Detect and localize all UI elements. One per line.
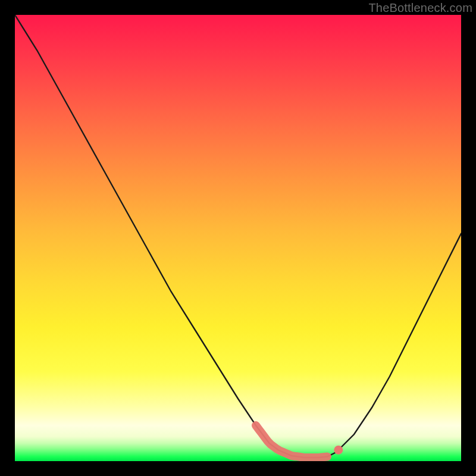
optimal-range-dot (334, 446, 343, 455)
watermark-label: TheBottleneck.com (368, 1, 472, 15)
bottleneck-curve (15, 15, 461, 458)
chart-frame: TheBottleneck.com (0, 0, 476, 476)
optimal-range-highlight (256, 425, 327, 458)
chart-svg (15, 15, 461, 461)
plot-area (15, 15, 461, 461)
